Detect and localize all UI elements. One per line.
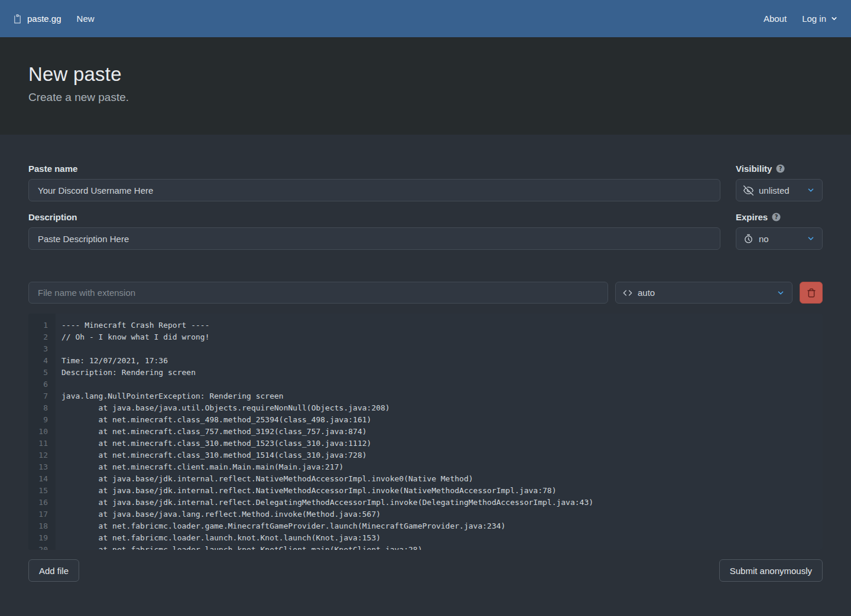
paste-name-label: Paste name	[28, 163, 720, 174]
navbar: paste.gg New About Log in	[0, 0, 851, 37]
nav-item-new[interactable]: New	[77, 14, 95, 24]
code-line: Time: 12/07/2021, 17:36	[61, 355, 823, 367]
language-value: auto	[638, 288, 771, 298]
navbar-left: paste.gg New	[13, 14, 95, 24]
login-label: Log in	[802, 14, 826, 24]
code-line: java.lang.NullPointerException: Renderin…	[61, 390, 823, 402]
page-title: New paste	[28, 63, 823, 86]
line-number: 19	[28, 532, 56, 544]
line-number: 9	[28, 414, 56, 426]
page-subtitle: Create a new paste.	[28, 91, 823, 104]
code-line: ---- Minecraft Crash Report ----	[61, 320, 823, 331]
line-number: 15	[28, 485, 56, 497]
page-header: New paste Create a new paste.	[0, 37, 851, 135]
editor-code[interactable]: ---- Minecraft Crash Report ----// Oh - …	[56, 314, 823, 550]
line-number: 7	[28, 390, 56, 402]
line-number: 11	[28, 438, 56, 449]
svg-text:?: ?	[775, 214, 778, 220]
code-line: at net.fabricmc.loader.launch.knot.Knot.…	[61, 532, 823, 544]
main-content: Paste name Visibility ? unlisted Descrip…	[0, 135, 851, 616]
svg-text:?: ?	[779, 165, 782, 172]
line-number: 4	[28, 355, 56, 367]
paste-meta-form: Paste name Visibility ? unlisted Descrip…	[28, 163, 823, 250]
visibility-label-row: Visibility ?	[736, 163, 823, 174]
code-line: at net.minecraft.client.main.Main.main(M…	[61, 461, 823, 473]
line-number: 8	[28, 402, 56, 414]
code-editor[interactable]: 1234567891011121314151617181920 ---- Min…	[28, 314, 823, 550]
code-line: at net.fabricmc.loader.game.MinecraftGam…	[61, 520, 823, 532]
navbar-right: About Log in	[764, 14, 838, 24]
code-line: at net.minecraft.class_310.method_1514(c…	[61, 449, 823, 461]
code-line: // Oh - I know what I did wrong!	[61, 331, 823, 343]
code-line	[61, 379, 823, 390]
file-header-row: auto	[28, 282, 823, 304]
brand-label: paste.gg	[27, 14, 61, 24]
line-number: 16	[28, 497, 56, 509]
expires-select[interactable]: no	[736, 227, 823, 250]
line-number: 5	[28, 367, 56, 379]
line-number: 10	[28, 426, 56, 438]
eye-off-icon	[743, 185, 753, 195]
file-section: auto 1234567891011121314151617181920 ---…	[28, 282, 823, 550]
visibility-help-icon[interactable]: ?	[776, 164, 785, 173]
line-number: 20	[28, 544, 56, 550]
description-label: Description	[28, 211, 720, 223]
code-line: at net.fabricmc.loader.launch.knot.KnotC…	[61, 544, 823, 550]
expires-help-icon[interactable]: ?	[772, 213, 781, 221]
paste-name-input[interactable]	[28, 179, 720, 201]
nav-item-about[interactable]: About	[764, 14, 787, 24]
file-name-input[interactable]	[28, 282, 608, 304]
code-line: at java.base/jdk.internal.reflect.Delega…	[61, 497, 823, 509]
visibility-value: unlisted	[759, 185, 801, 195]
brand-link[interactable]: paste.gg	[13, 14, 61, 24]
chevron-down-icon	[830, 15, 838, 22]
submit-button[interactable]: Submit anonymously	[719, 559, 823, 582]
chevron-down-icon	[807, 234, 815, 243]
visibility-label: Visibility	[736, 163, 772, 174]
line-number: 17	[28, 509, 56, 520]
code-line: Description: Rendering screen	[61, 367, 823, 379]
code-line: at net.minecraft.class_310.method_1523(c…	[61, 438, 823, 449]
line-number: 12	[28, 449, 56, 461]
code-line: at net.minecraft.class_757.method_3192(c…	[61, 426, 823, 438]
line-number: 2	[28, 331, 56, 343]
nav-item-login[interactable]: Log in	[802, 14, 838, 24]
expires-label: Expires	[736, 211, 768, 223]
visibility-select[interactable]: unlisted	[736, 179, 823, 201]
line-number: 18	[28, 520, 56, 532]
actions-row: Add file Submit anonymously	[28, 559, 823, 616]
expires-value: no	[759, 234, 801, 244]
add-file-button[interactable]: Add file	[28, 559, 79, 582]
code-line: at java.base/java.util.Objects.requireNo…	[61, 402, 823, 414]
line-number: 14	[28, 473, 56, 485]
line-number: 13	[28, 461, 56, 473]
trash-icon	[807, 288, 816, 298]
stopwatch-icon	[743, 234, 753, 244]
description-input[interactable]	[28, 227, 720, 250]
code-icon	[623, 288, 632, 298]
editor-gutter: 1234567891011121314151617181920	[28, 314, 56, 550]
code-line: at java.base/java.lang.reflect.Method.in…	[61, 509, 823, 520]
line-number: 3	[28, 343, 56, 355]
chevron-down-icon	[777, 289, 785, 297]
language-select[interactable]: auto	[615, 282, 792, 304]
expires-label-row: Expires ?	[736, 211, 823, 223]
line-number: 6	[28, 379, 56, 390]
chevron-down-icon	[807, 186, 815, 194]
code-line: at java.base/jdk.internal.reflect.Native…	[61, 473, 823, 485]
code-line: at net.minecraft.class_498.method_25394(…	[61, 414, 823, 426]
delete-file-button[interactable]	[800, 282, 823, 304]
code-line: at java.base/jdk.internal.reflect.Native…	[61, 485, 823, 497]
line-number: 1	[28, 320, 56, 331]
code-line	[61, 343, 823, 355]
clipboard-icon	[13, 14, 22, 24]
